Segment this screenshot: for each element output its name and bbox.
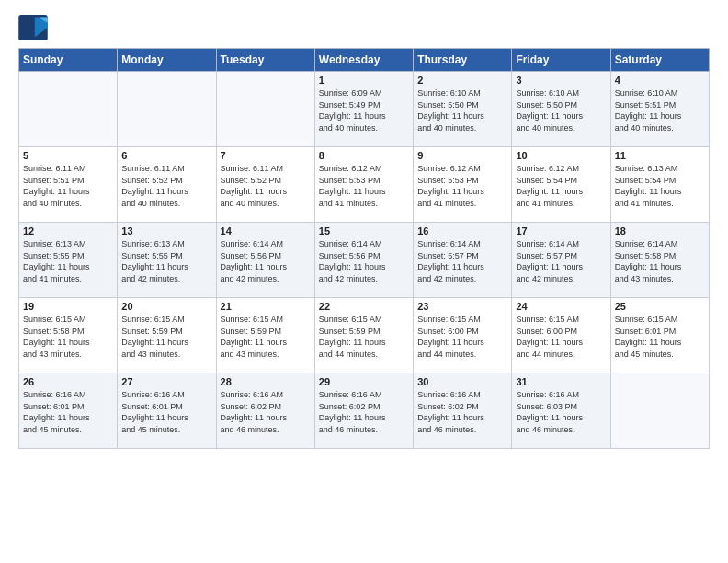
day-info: Sunrise: 6:12 AM Sunset: 5:53 PM Dayligh…	[417, 163, 507, 209]
day-number: 13	[121, 225, 211, 236]
day-info: Sunrise: 6:15 AM Sunset: 5:59 PM Dayligh…	[319, 314, 409, 360]
calendar-cell: 28Sunrise: 6:16 AM Sunset: 6:02 PM Dayli…	[216, 373, 314, 449]
day-number: 12	[23, 225, 113, 236]
day-number: 5	[23, 150, 113, 161]
logo	[18, 15, 51, 40]
calendar-cell: 31Sunrise: 6:16 AM Sunset: 6:03 PM Dayli…	[512, 373, 610, 449]
week-row-1: 1Sunrise: 6:09 AM Sunset: 5:49 PM Daylig…	[19, 72, 710, 147]
day-info: Sunrise: 6:16 AM Sunset: 6:02 PM Dayligh…	[319, 389, 409, 435]
weekday-header-saturday: Saturday	[610, 49, 709, 72]
calendar-cell: 1Sunrise: 6:09 AM Sunset: 5:49 PM Daylig…	[314, 72, 413, 147]
week-row-4: 19Sunrise: 6:15 AM Sunset: 5:58 PM Dayli…	[19, 298, 710, 373]
calendar-cell: 5Sunrise: 6:11 AM Sunset: 5:51 PM Daylig…	[19, 147, 118, 223]
day-number: 30	[417, 376, 507, 387]
header	[18, 15, 710, 40]
day-number: 23	[417, 301, 507, 312]
weekday-header-sunday: Sunday	[19, 49, 118, 72]
weekday-header-wednesday: Wednesday	[314, 49, 413, 72]
day-info: Sunrise: 6:13 AM Sunset: 5:54 PM Dayligh…	[615, 163, 705, 209]
calendar-cell: 15Sunrise: 6:14 AM Sunset: 5:56 PM Dayli…	[314, 223, 413, 298]
day-number: 14	[221, 225, 311, 236]
day-number: 31	[516, 376, 606, 387]
weekday-header-row: SundayMondayTuesdayWednesdayThursdayFrid…	[19, 49, 710, 72]
weekday-header-friday: Friday	[512, 49, 610, 72]
day-number: 18	[615, 225, 705, 236]
calendar-cell: 14Sunrise: 6:14 AM Sunset: 5:56 PM Dayli…	[216, 223, 314, 298]
calendar-cell: 9Sunrise: 6:12 AM Sunset: 5:53 PM Daylig…	[414, 147, 512, 223]
day-info: Sunrise: 6:12 AM Sunset: 5:53 PM Dayligh…	[319, 163, 409, 209]
calendar-cell	[610, 373, 709, 449]
calendar-cell: 19Sunrise: 6:15 AM Sunset: 5:58 PM Dayli…	[19, 298, 118, 373]
calendar-cell: 6Sunrise: 6:11 AM Sunset: 5:52 PM Daylig…	[118, 147, 216, 223]
calendar-cell: 27Sunrise: 6:16 AM Sunset: 6:01 PM Dayli…	[118, 373, 216, 449]
calendar-cell: 18Sunrise: 6:14 AM Sunset: 5:58 PM Dayli…	[610, 223, 709, 298]
day-number: 16	[417, 225, 507, 236]
calendar-cell: 2Sunrise: 6:10 AM Sunset: 5:50 PM Daylig…	[414, 72, 512, 147]
day-number: 29	[319, 376, 409, 387]
calendar-cell: 16Sunrise: 6:14 AM Sunset: 5:57 PM Dayli…	[414, 223, 512, 298]
week-row-3: 12Sunrise: 6:13 AM Sunset: 5:55 PM Dayli…	[19, 223, 710, 298]
day-number: 6	[121, 150, 211, 161]
week-row-2: 5Sunrise: 6:11 AM Sunset: 5:51 PM Daylig…	[19, 147, 710, 223]
day-info: Sunrise: 6:13 AM Sunset: 5:55 PM Dayligh…	[23, 238, 113, 284]
calendar-cell: 21Sunrise: 6:15 AM Sunset: 5:59 PM Dayli…	[216, 298, 314, 373]
day-info: Sunrise: 6:14 AM Sunset: 5:56 PM Dayligh…	[221, 238, 311, 284]
day-number: 7	[221, 150, 311, 161]
calendar-cell: 20Sunrise: 6:15 AM Sunset: 5:59 PM Dayli…	[118, 298, 216, 373]
day-number: 9	[417, 150, 507, 161]
day-info: Sunrise: 6:16 AM Sunset: 6:03 PM Dayligh…	[516, 389, 606, 435]
calendar-cell: 24Sunrise: 6:15 AM Sunset: 6:00 PM Dayli…	[512, 298, 610, 373]
calendar-cell: 12Sunrise: 6:13 AM Sunset: 5:55 PM Dayli…	[19, 223, 118, 298]
day-info: Sunrise: 6:11 AM Sunset: 5:52 PM Dayligh…	[121, 163, 211, 209]
page: SundayMondayTuesdayWednesdayThursdayFrid…	[0, 0, 728, 563]
day-number: 3	[516, 75, 606, 86]
day-number: 17	[516, 225, 606, 236]
calendar-cell: 13Sunrise: 6:13 AM Sunset: 5:55 PM Dayli…	[118, 223, 216, 298]
day-info: Sunrise: 6:16 AM Sunset: 6:02 PM Dayligh…	[221, 389, 311, 435]
day-info: Sunrise: 6:16 AM Sunset: 6:01 PM Dayligh…	[23, 389, 113, 435]
day-number: 26	[23, 376, 113, 387]
day-info: Sunrise: 6:09 AM Sunset: 5:49 PM Dayligh…	[319, 87, 409, 133]
logo-icon	[18, 15, 48, 40]
weekday-header-thursday: Thursday	[414, 49, 512, 72]
day-number: 20	[121, 301, 211, 312]
calendar-cell: 3Sunrise: 6:10 AM Sunset: 5:50 PM Daylig…	[512, 72, 610, 147]
weekday-header-tuesday: Tuesday	[216, 49, 314, 72]
day-info: Sunrise: 6:14 AM Sunset: 5:58 PM Dayligh…	[615, 238, 705, 284]
calendar-cell: 4Sunrise: 6:10 AM Sunset: 5:51 PM Daylig…	[610, 72, 709, 147]
calendar-cell: 7Sunrise: 6:11 AM Sunset: 5:52 PM Daylig…	[216, 147, 314, 223]
day-number: 8	[319, 150, 409, 161]
day-info: Sunrise: 6:16 AM Sunset: 6:02 PM Dayligh…	[417, 389, 507, 435]
day-number: 11	[615, 150, 705, 161]
day-number: 15	[319, 225, 409, 236]
calendar-cell: 8Sunrise: 6:12 AM Sunset: 5:53 PM Daylig…	[314, 147, 413, 223]
calendar-cell: 11Sunrise: 6:13 AM Sunset: 5:54 PM Dayli…	[610, 147, 709, 223]
calendar-cell: 22Sunrise: 6:15 AM Sunset: 5:59 PM Dayli…	[314, 298, 413, 373]
day-info: Sunrise: 6:16 AM Sunset: 6:01 PM Dayligh…	[121, 389, 211, 435]
day-number: 10	[516, 150, 606, 161]
day-info: Sunrise: 6:13 AM Sunset: 5:55 PM Dayligh…	[121, 238, 211, 284]
week-row-5: 26Sunrise: 6:16 AM Sunset: 6:01 PM Dayli…	[19, 373, 710, 449]
day-number: 21	[221, 301, 311, 312]
calendar-cell: 26Sunrise: 6:16 AM Sunset: 6:01 PM Dayli…	[19, 373, 118, 449]
day-number: 22	[319, 301, 409, 312]
day-number: 2	[417, 75, 507, 86]
calendar-cell: 29Sunrise: 6:16 AM Sunset: 6:02 PM Dayli…	[314, 373, 413, 449]
day-info: Sunrise: 6:10 AM Sunset: 5:50 PM Dayligh…	[516, 87, 606, 133]
weekday-header-monday: Monday	[118, 49, 216, 72]
day-info: Sunrise: 6:11 AM Sunset: 5:52 PM Dayligh…	[221, 163, 311, 209]
day-info: Sunrise: 6:15 AM Sunset: 6:00 PM Dayligh…	[417, 314, 507, 360]
day-number: 1	[319, 75, 409, 86]
day-info: Sunrise: 6:14 AM Sunset: 5:56 PM Dayligh…	[319, 238, 409, 284]
calendar-table: SundayMondayTuesdayWednesdayThursdayFrid…	[18, 48, 710, 449]
day-number: 19	[23, 301, 113, 312]
calendar-cell: 23Sunrise: 6:15 AM Sunset: 6:00 PM Dayli…	[414, 298, 512, 373]
day-number: 28	[221, 376, 311, 387]
day-info: Sunrise: 6:10 AM Sunset: 5:50 PM Dayligh…	[417, 87, 507, 133]
day-info: Sunrise: 6:15 AM Sunset: 6:00 PM Dayligh…	[516, 314, 606, 360]
calendar-cell: 25Sunrise: 6:15 AM Sunset: 6:01 PM Dayli…	[610, 298, 709, 373]
day-info: Sunrise: 6:14 AM Sunset: 5:57 PM Dayligh…	[417, 238, 507, 284]
day-number: 25	[615, 301, 705, 312]
calendar-cell	[216, 72, 314, 147]
day-number: 24	[516, 301, 606, 312]
